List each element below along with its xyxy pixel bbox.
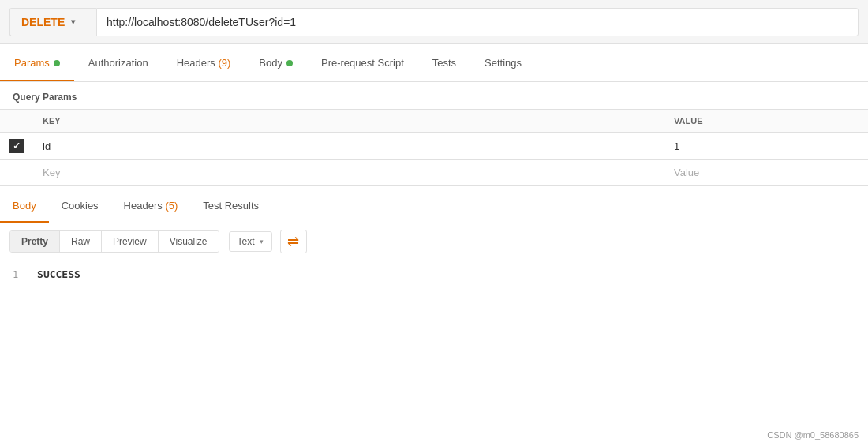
method-chevron: ▾ [71, 17, 75, 26]
format-bar: Pretty Raw Preview Visualize Text ▾ ⇌ [0, 223, 868, 260]
line-number: 1 [13, 269, 18, 280]
method-label: DELETE [21, 16, 65, 28]
response-tab-headers[interactable]: Headers (5) [111, 189, 191, 223]
text-type-dropdown[interactable]: Text ▾ [229, 231, 272, 252]
method-selector[interactable]: DELETE ▾ [9, 8, 96, 36]
value-cell[interactable]: 1 [664, 133, 868, 160]
wrap-icon: ⇌ [287, 233, 299, 250]
watermark: CSDN @m0_58680865 [767, 430, 859, 440]
tab-tests[interactable]: Tests [418, 44, 470, 81]
tab-body[interactable]: Body [245, 44, 307, 81]
tab-authorization[interactable]: Authorization [74, 44, 163, 81]
params-table: KEY VALUE id 1 Key [0, 109, 868, 186]
format-button-group: Pretty Raw Preview Visualize [9, 230, 219, 253]
format-pretty-button[interactable]: Pretty [10, 231, 60, 252]
url-bar: DELETE ▾ [0, 0, 868, 44]
response-body: 1 SUCCESS [0, 260, 868, 288]
col-header-value: VALUE [664, 110, 868, 133]
response-tab-body[interactable]: Body [0, 189, 49, 223]
tab-pre-request[interactable]: Pre-request Script [307, 44, 418, 81]
table-row: id 1 [0, 133, 868, 160]
body-dot [286, 60, 293, 66]
table-row-placeholder: Key Value [0, 160, 868, 186]
response-tab-test-results[interactable]: Test Results [190, 189, 271, 223]
dropdown-chevron: ▾ [260, 238, 264, 245]
col-header-key: KEY [33, 110, 664, 133]
wrap-button[interactable]: ⇌ [280, 230, 307, 253]
row-checkbox-cell[interactable] [0, 133, 33, 160]
value-placeholder: Value [674, 167, 699, 178]
format-visualize-button[interactable]: Visualize [159, 231, 219, 252]
format-raw-button[interactable]: Raw [60, 231, 102, 252]
response-tabs: Body Cookies Headers (5) Test Results [0, 189, 868, 223]
response-tab-cookies[interactable]: Cookies [49, 189, 111, 223]
key-cell[interactable]: id [33, 133, 664, 160]
key-placeholder: Key [43, 167, 60, 178]
query-params-label: Query Params [0, 82, 868, 109]
tab-headers[interactable]: Headers (9) [163, 44, 245, 81]
response-content: SUCCESS [37, 268, 80, 280]
checkbox[interactable] [9, 139, 24, 153]
tab-settings[interactable]: Settings [470, 44, 536, 81]
request-tabs: Params Authorization Headers (9) Body Pr… [0, 44, 868, 82]
format-preview-button[interactable]: Preview [102, 231, 159, 252]
col-header-checkbox [0, 110, 33, 133]
params-dot [54, 60, 60, 66]
tab-params[interactable]: Params [0, 44, 74, 81]
url-input[interactable] [96, 8, 859, 36]
